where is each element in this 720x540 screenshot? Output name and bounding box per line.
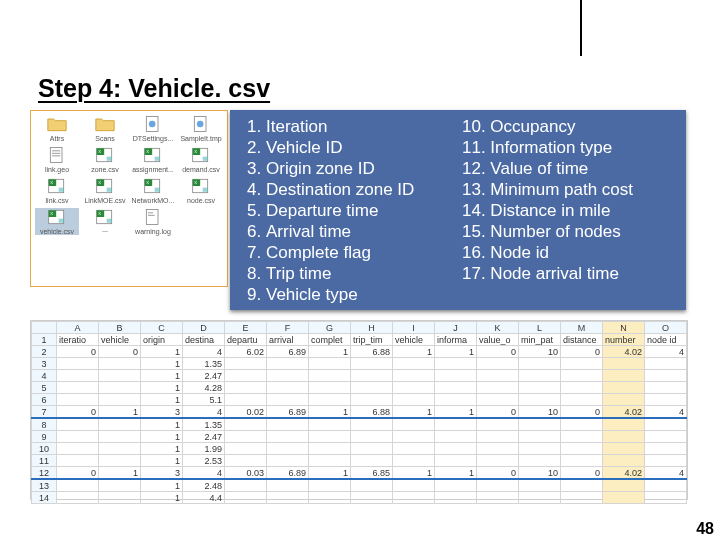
cell (435, 418, 477, 431)
cell: 1 (309, 467, 351, 480)
explorer-item: Xlink.csv (35, 177, 79, 204)
explorer-item-label: demand.csv (182, 166, 220, 173)
cell: 4 (183, 406, 225, 419)
cell: iteratio (57, 334, 99, 346)
columns-callout: IterationVehicle IDOrigin zone IDDestina… (230, 110, 686, 310)
explorer-item-label: node.csv (187, 197, 215, 204)
cell: 0.02 (225, 406, 267, 419)
svg-text:X: X (146, 180, 149, 185)
col-header: G (309, 322, 351, 334)
cell (99, 394, 141, 406)
explorer-item: Xassignment... (131, 146, 175, 173)
cell: 6.88 (351, 406, 393, 419)
col-header: J (435, 322, 477, 334)
cell (57, 358, 99, 370)
cell: min_pat (519, 334, 561, 346)
cell: 1 (435, 406, 477, 419)
row-header: 10 (32, 443, 57, 455)
cell: 4 (183, 467, 225, 480)
cell (435, 370, 477, 382)
cell (603, 479, 645, 492)
cell (267, 431, 309, 443)
cell: value_o (477, 334, 519, 346)
cell (477, 479, 519, 492)
col-header: N (603, 322, 645, 334)
col-header: I (393, 322, 435, 334)
cell (519, 479, 561, 492)
col-header: D (183, 322, 225, 334)
cell (561, 492, 603, 504)
svg-rect-35 (203, 188, 208, 192)
cell: 4.02 (603, 346, 645, 358)
columns-right: 10. Occupancy11. Information type12. Val… (462, 116, 676, 305)
col-header: E (225, 322, 267, 334)
cell: informa (435, 334, 477, 346)
cell: 1 (309, 346, 351, 358)
cell (393, 382, 435, 394)
cell (99, 418, 141, 431)
cell (57, 431, 99, 443)
cell: 4.4 (183, 492, 225, 504)
cell (309, 358, 351, 370)
column-item: 12. Value of time (462, 158, 676, 179)
cell: 1 (141, 492, 183, 504)
svg-rect-44 (146, 210, 158, 225)
folder-icon (95, 115, 115, 133)
cell (393, 431, 435, 443)
cell: 1 (309, 406, 351, 419)
cell (477, 370, 519, 382)
decor-vline (580, 0, 582, 56)
cell: 1 (141, 358, 183, 370)
cell (57, 492, 99, 504)
cell: 1 (393, 346, 435, 358)
column-item: 14. Distance in mile (462, 200, 676, 221)
cell: 0 (477, 346, 519, 358)
cell: vehicle (99, 334, 141, 346)
cell (645, 382, 687, 394)
explorer-item: X··· (83, 208, 127, 235)
cell: 1 (435, 467, 477, 480)
cell: 1 (141, 346, 183, 358)
cell (99, 382, 141, 394)
txt-icon (47, 146, 67, 164)
cell (225, 382, 267, 394)
cell (351, 394, 393, 406)
column-item: Destination zone ID (266, 179, 458, 200)
cell (225, 358, 267, 370)
cell (477, 418, 519, 431)
cell (267, 455, 309, 467)
row-header: 13 (32, 479, 57, 492)
cell: 0 (561, 406, 603, 419)
cell: trip_tim (351, 334, 393, 346)
cell: 6.02 (225, 346, 267, 358)
explorer-item-label: link.geo (45, 166, 69, 173)
explorer-item-label: assignment... (132, 166, 174, 173)
cell: 4.02 (603, 467, 645, 480)
cell (309, 443, 351, 455)
cell (477, 431, 519, 443)
file-icon (143, 115, 163, 133)
column-item: 13. Minimum path cost (462, 179, 676, 200)
cell (267, 418, 309, 431)
cell (99, 358, 141, 370)
csv-icon: X (191, 146, 211, 164)
cell (225, 394, 267, 406)
explorer-item-label: Attrs (50, 135, 64, 142)
cell (561, 382, 603, 394)
explorer-item: DTSettings... (131, 115, 175, 142)
cell: 2.47 (183, 431, 225, 443)
csv-icon: X (191, 177, 211, 195)
cell (225, 492, 267, 504)
cell (435, 358, 477, 370)
cell: 3 (141, 406, 183, 419)
cell: origin (141, 334, 183, 346)
cell (99, 479, 141, 492)
explorer-item: Xvehicle.csv (35, 208, 79, 235)
cell (99, 455, 141, 467)
cell (435, 455, 477, 467)
cell (477, 455, 519, 467)
cell (393, 358, 435, 370)
cell (57, 455, 99, 467)
cell (309, 431, 351, 443)
cell: 4 (183, 346, 225, 358)
